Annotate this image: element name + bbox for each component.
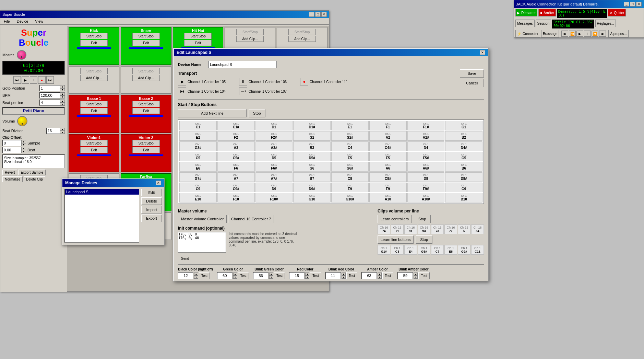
beat-per-bar-input[interactable] — [39, 100, 60, 106]
midi-cell-2-3[interactable]: Ch 1B3 — [293, 141, 331, 151]
basse1-edit-btn[interactable]: Edit — [80, 108, 108, 114]
blink-red-color-input[interactable] — [325, 272, 341, 279]
device-item-launchpad[interactable]: Launchpad S — [65, 189, 139, 195]
midi-cell-6-4[interactable]: Ch 1E9 — [331, 183, 369, 192]
midi-cell-2-5[interactable]: Ch 1C4# — [369, 141, 407, 151]
midi-cell-4-0[interactable]: Ch 1E6 — [179, 162, 217, 172]
violon2-edit-btn[interactable]: Edit — [132, 147, 160, 153]
midi-cell-5-0[interactable]: Ch 1G7# — [179, 172, 217, 182]
main-close[interactable]: ✕ — [321, 12, 327, 17]
midi-cell-7-6[interactable]: Ch 1A10# — [407, 193, 445, 202]
blink-red-color-down[interactable]: ▼ — [342, 276, 346, 279]
empty4-startstop-btn[interactable]: Start/Stop — [132, 68, 160, 74]
black-color-up[interactable]: ▲ — [194, 273, 198, 276]
jack-play2-btn[interactable]: ▶ — [576, 31, 583, 37]
midi-cell-4-6[interactable]: Ch 1A6# — [407, 162, 445, 172]
beat-diviser-up[interactable]: ▲ — [60, 128, 65, 131]
midi-cell-2-0[interactable]: Ch 1G3# — [179, 141, 217, 151]
bpm-up[interactable]: ▲ — [60, 92, 65, 95]
blink-red-color-up[interactable]: ▲ — [342, 273, 346, 276]
beat-diviser-down[interactable]: ▼ — [60, 131, 65, 134]
learn-line-buttons-btn[interactable]: Learn line buttons — [378, 235, 414, 244]
ch-grid1-cell-0[interactable]: Ch 1674 — [378, 224, 390, 234]
jack-session-btn[interactable]: Session — [536, 20, 551, 27]
midi-cell-5-6[interactable]: Ch 1D8 — [407, 172, 445, 182]
midi-cell-1-0[interactable]: Ch 1E2 — [179, 131, 217, 141]
midi-cell-5-3[interactable]: Ch 1B7 — [293, 172, 331, 182]
amber-color-up[interactable]: ▲ — [378, 273, 382, 276]
midi-cell-4-5[interactable]: Ch 1A6 — [369, 162, 407, 172]
master-vol-ctrl-btn[interactable]: Master Volume Controller — [178, 215, 227, 223]
manage-close[interactable]: ✕ — [156, 181, 161, 185]
jack-brassage-btn[interactable]: Brassage — [541, 30, 559, 37]
midi-cell-1-6[interactable]: Ch 1A2# — [407, 131, 445, 141]
ch-grid2-cell-7[interactable]: Ch 1C11 — [471, 245, 484, 255]
midi-cell-7-2[interactable]: Ch 1F10# — [255, 193, 293, 202]
violon1-edit-btn[interactable]: Edit — [80, 147, 108, 153]
midi-cell-1-2[interactable]: Ch 1F2# — [255, 131, 293, 141]
offset-beat-down[interactable]: ▼ — [21, 150, 26, 153]
black-color-test-btn[interactable]: Test — [199, 272, 210, 279]
green-color-up[interactable]: ▲ — [233, 273, 237, 276]
midi-cell-2-2[interactable]: Ch 1A3# — [255, 141, 293, 151]
midi-cell-5-1[interactable]: Ch 1A7 — [217, 172, 255, 182]
red-color-down[interactable]: ▼ — [305, 276, 309, 279]
midi-cell-4-2[interactable]: Ch 1F6# — [255, 162, 293, 172]
midi-cell-4-7[interactable]: Ch 1B6 — [445, 162, 482, 172]
black-color-input[interactable] — [178, 272, 193, 279]
midi-cell-6-0[interactable]: Ch 1C9 — [179, 183, 217, 192]
jack-maximize[interactable]: □ — [630, 2, 635, 7]
transport-play[interactable]: ▶ — [22, 76, 29, 84]
violon1-startstop-btn[interactable]: Start/Stop — [80, 140, 108, 146]
ch-grid1-cell-7[interactable]: Ch 1684 — [471, 224, 484, 234]
midi-cell-7-7[interactable]: Ch 1B10 — [445, 193, 482, 202]
jack-pause2-btn[interactable]: ⏸ — [584, 31, 591, 37]
manage-edit-btn[interactable]: Edit — [141, 189, 162, 196]
learn-controllers-btn[interactable]: Learn controllers — [378, 215, 412, 223]
basse2-startstop-btn[interactable]: Start/Stop — [132, 101, 160, 107]
jack-close[interactable]: ✕ — [636, 2, 642, 7]
red-color-input[interactable] — [289, 272, 305, 279]
midi-cell-0-4[interactable]: Ch 1E1 — [331, 121, 369, 130]
red-color-up[interactable]: ▲ — [305, 273, 309, 276]
kick-edit-btn[interactable]: Edit — [80, 40, 108, 46]
ch-grid2-cell-5[interactable]: Ch 1E8 — [444, 245, 457, 255]
volume-knob[interactable] — [17, 116, 27, 126]
midi-cell-4-3[interactable]: Ch 1G6 — [293, 162, 331, 172]
kick-startstop-btn[interactable]: Start/Stop — [80, 33, 108, 39]
offset-sample-down[interactable]: ▼ — [21, 143, 26, 146]
jack-connecter-btn[interactable]: ⚡ Connecter — [515, 30, 540, 37]
startstop-stop-btn[interactable]: Stop — [249, 109, 265, 117]
beat-per-bar-up[interactable]: ▲ — [60, 100, 65, 103]
main-maximize[interactable]: □ — [315, 12, 321, 17]
normalize-btn[interactable]: Normalize — [2, 176, 23, 182]
midi-cell-3-1[interactable]: Ch 1C5# — [217, 152, 255, 161]
jack-quitter-btn[interactable]: ✕ Quitter — [608, 9, 626, 16]
master-knob[interactable] — [17, 50, 26, 60]
empty2-startstop-btn[interactable]: Start/Stop — [288, 29, 316, 35]
jack-fwd-btn[interactable]: ⏭ — [599, 31, 606, 37]
jack-rew-btn[interactable]: ⏮ — [561, 31, 568, 37]
amber-color-down[interactable]: ▼ — [378, 276, 382, 279]
transport-record[interactable]: ● — [38, 76, 46, 84]
delete-clip-btn[interactable]: Delete Clip — [24, 176, 45, 182]
learn-ctrl-stop-btn[interactable]: Stop — [414, 215, 431, 223]
midi-cell-1-3[interactable]: Ch 1G2 — [293, 131, 331, 141]
red-color-test-btn[interactable]: Test — [310, 272, 321, 279]
cancel-btn[interactable]: Cancel — [460, 79, 484, 87]
basse2-edit-btn[interactable]: Edit — [132, 108, 160, 114]
midi-cell-4-4[interactable]: Ch 1G6# — [331, 162, 369, 172]
midi-cell-6-7[interactable]: Ch 1G9 — [445, 183, 482, 192]
manage-import-btn[interactable]: Import — [141, 206, 162, 213]
device-name-input[interactable] — [208, 61, 277, 68]
midi-cell-0-1[interactable]: Ch 1C1# — [217, 121, 255, 130]
ch-grid1-cell-4[interactable]: Ch 1673 — [431, 224, 444, 234]
ch-grid1-cell-3[interactable]: Ch 1693 — [418, 224, 430, 234]
midi-cell-6-3[interactable]: Ch 1D9# — [293, 183, 331, 192]
amber-color-test-btn[interactable]: Test — [382, 272, 393, 279]
midi-cell-2-4[interactable]: Ch 1C4 — [331, 141, 369, 151]
bpm-input[interactable] — [39, 92, 60, 99]
midi-cell-6-5[interactable]: Ch 1F9 — [369, 183, 407, 192]
midi-cell-6-2[interactable]: Ch 1D9 — [255, 183, 293, 192]
midi-cell-5-7[interactable]: Ch 1D8# — [445, 172, 482, 182]
